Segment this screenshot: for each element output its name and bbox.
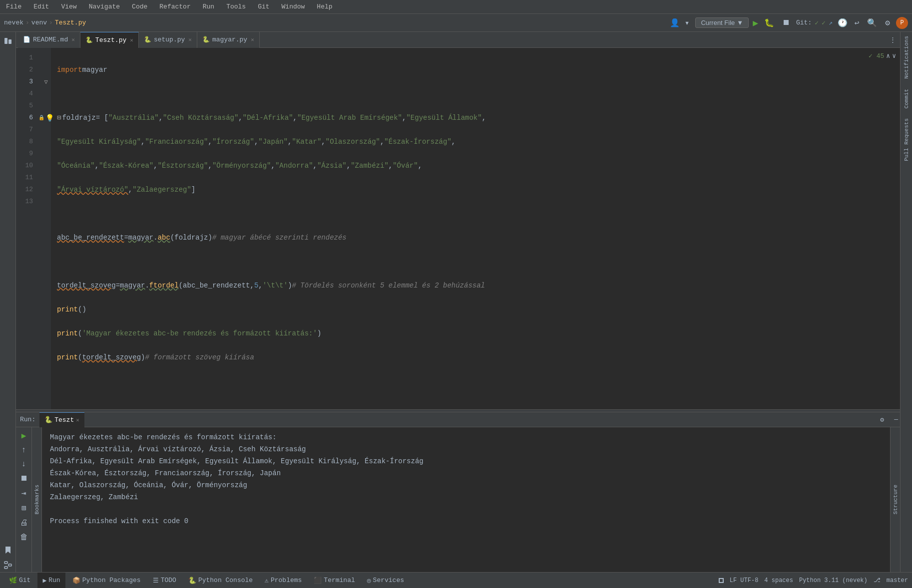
line-10: 10 (16, 160, 37, 172)
commit-label[interactable]: Commit (904, 89, 910, 109)
run-up-icon[interactable]: ↑ (20, 444, 28, 456)
stop-button[interactable]: ⏹ (780, 17, 792, 28)
notifications-label[interactable]: Notifications (904, 36, 910, 79)
tab-setup-close[interactable]: ✕ (188, 36, 192, 43)
tab-bar: 📄 README.md ✕ 🐍 Teszt.py ✕ 🐍 setup.py ✕ … (16, 32, 900, 48)
run-tab-close[interactable]: ✕ (76, 417, 79, 423)
line-11: 11 (16, 172, 37, 184)
menu-git[interactable]: Git (256, 2, 271, 11)
run-layout-icon[interactable]: ⊞ (20, 502, 28, 515)
sidebar-item-bookmarks[interactable] (1, 543, 15, 557)
menu-navigate[interactable]: Navigate (87, 2, 122, 11)
sidebar-item-structure[interactable] (1, 558, 15, 572)
git-branch-label[interactable]: master (887, 577, 908, 584)
user-avatar[interactable]: P (896, 17, 908, 29)
tab-magyar-label: magyar.py (212, 36, 247, 43)
run-minimize-button[interactable]: — (892, 416, 900, 423)
sidebar-item-project[interactable] (1, 34, 15, 48)
status-tab-run[interactable]: ▶ Run (37, 573, 65, 588)
menu-edit[interactable]: Edit (31, 2, 51, 11)
menu-window[interactable]: Window (280, 2, 307, 11)
pull-requests-label[interactable]: Pull Requests (904, 118, 910, 161)
tab-magyar-close[interactable]: ✕ (251, 36, 254, 43)
indent-label[interactable]: 4 spaces (764, 577, 793, 584)
fold-arrow-3[interactable]: ▽ (44, 78, 47, 86)
collapse-icon[interactable]: ∨ (892, 52, 896, 60)
svg-rect-4 (8, 564, 11, 566)
run-config-button[interactable]: Current File ▼ (695, 17, 749, 28)
svg-rect-1 (8, 39, 11, 44)
run-play-icon[interactable]: ▶ (20, 429, 28, 442)
run-settings-button[interactable]: ⚙ (876, 416, 888, 424)
tab-magyar[interactable]: 🐍 magyar.py ✕ (197, 32, 260, 48)
run-down-icon[interactable]: ↓ (20, 458, 28, 470)
git-history[interactable]: 🕐 (836, 17, 850, 29)
tab-teszt-close[interactable]: ✕ (130, 37, 133, 43)
settings-icon[interactable]: ⚙ (883, 17, 892, 29)
svg-marker-2 (5, 547, 10, 554)
status-tab-python-console[interactable]: 🐍 Python Console (183, 573, 258, 588)
editor-container: 📄 README.md ✕ 🐍 Teszt.py ✕ 🐍 setup.py ✕ … (16, 32, 900, 572)
tab-readme[interactable]: 📄 README.md ✕ (18, 32, 80, 48)
main-layout: 📄 README.md ✕ 🐍 Teszt.py ✕ 🐍 setup.py ✕ … (0, 32, 912, 572)
breadcrumb-file[interactable]: Teszt.py (55, 19, 86, 26)
breadcrumb-project[interactable]: nevek (4, 19, 23, 26)
status-tab-git[interactable]: 🌿 Git (4, 573, 35, 588)
tab-teszt[interactable]: 🐍 Teszt.py ✕ (80, 32, 139, 48)
menu-help[interactable]: Help (315, 2, 334, 11)
code-text[interactable]: import magyar ⊟foldrajz = ["Ausztrália",… (51, 48, 900, 409)
bulb-icon-6[interactable]: 💡 (45, 114, 54, 122)
git-push[interactable]: ↗ (829, 19, 833, 27)
python-packages-icon: 📦 (72, 577, 80, 585)
user-icon[interactable]: 👤 ▾ (668, 17, 691, 29)
line-8: 8 (16, 136, 37, 148)
todo-label: TODO (161, 577, 176, 584)
debug-button[interactable]: 🐛 (762, 17, 776, 29)
status-right: LF UTF-8 4 spaces Python 3.11 (nevek) ⎇ … (719, 577, 908, 584)
git-status-icon: 🌿 (9, 577, 17, 585)
expand-icon[interactable]: ∧ (886, 52, 890, 60)
run-output: Magyar ékezetes abc-be rendezés és formá… (42, 427, 890, 572)
menu-tools[interactable]: Tools (224, 2, 248, 11)
line-col-indicator[interactable] (719, 578, 724, 583)
tab-teszt-label: Teszt.py (95, 36, 126, 44)
line-6: 6 (16, 112, 37, 124)
status-tab-python-packages[interactable]: 📦 Python Packages (67, 573, 146, 588)
tab-readme-close[interactable]: ✕ (71, 36, 75, 43)
menu-run[interactable]: Run (201, 2, 216, 11)
python-console-label: Python Console (198, 577, 253, 584)
search-icon[interactable]: 🔍 (865, 17, 879, 29)
run-tab-teszt[interactable]: 🐍 Teszt ✕ (39, 412, 84, 427)
editor-gutter: ▽ 🔒 💡 (41, 48, 51, 409)
line-numbers: 1 2 3 4 5 6 7 8 9 10 11 12 13 (16, 48, 41, 409)
encoding-label[interactable]: LF UTF-8 (730, 577, 759, 584)
run-print-icon[interactable]: 🖨 (18, 517, 29, 529)
run-redirect-icon[interactable]: ⇥ (20, 487, 28, 500)
status-tab-todo[interactable]: ☰ TODO (148, 573, 181, 588)
git-check1[interactable]: ✓ (815, 19, 819, 27)
breadcrumb-venv[interactable]: venv (31, 19, 47, 26)
status-tab-services[interactable]: ◎ Services (362, 573, 409, 588)
git-check2[interactable]: ✓ (822, 19, 826, 27)
structure-run-label: Structure (890, 427, 900, 572)
run-trash-icon[interactable]: 🗑 (18, 531, 29, 544)
tab-more-button[interactable]: ⋮ (886, 34, 900, 46)
menu-refactor[interactable]: Refactor (157, 2, 192, 11)
svg-rect-3 (4, 562, 7, 564)
tab-teszt-icon: 🐍 (85, 36, 93, 44)
status-tab-terminal[interactable]: ⬛ Terminal (309, 573, 360, 588)
python-version-label[interactable]: Python 3.11 (nevek) (799, 577, 868, 584)
tab-readme-icon: 📄 (23, 36, 30, 43)
run-tab-icon: 🐍 (44, 416, 52, 424)
run-tab-label: Teszt (54, 416, 74, 424)
problems-label: Problems (271, 577, 302, 584)
menu-code[interactable]: Code (130, 2, 149, 11)
run-stop-icon[interactable]: ⏹ (18, 472, 29, 485)
menu-view[interactable]: View (59, 2, 78, 11)
tab-setup[interactable]: 🐍 setup.py ✕ (139, 32, 197, 48)
menu-file[interactable]: File (4, 2, 23, 11)
bookmarks-sidebar-label[interactable]: Bookmarks (34, 485, 40, 514)
status-tab-problems[interactable]: ⚠ Problems (260, 573, 307, 588)
git-undo[interactable]: ↩ (853, 17, 862, 29)
play-button[interactable]: ▶ (753, 17, 758, 28)
